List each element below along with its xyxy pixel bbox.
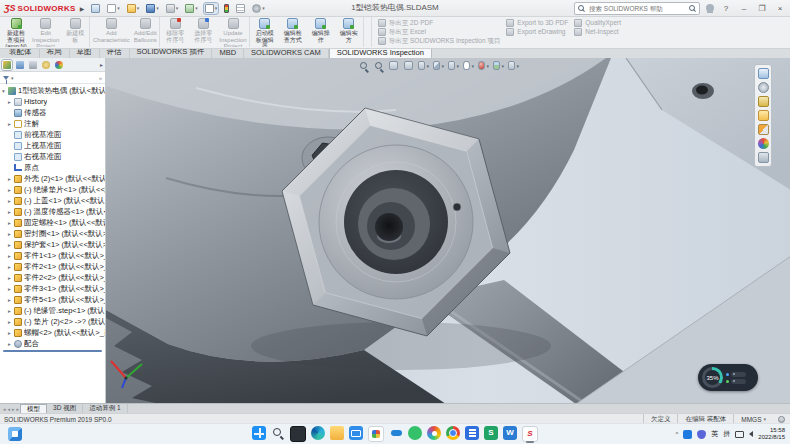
view-settings-icon[interactable] xyxy=(508,60,519,71)
tree-item[interactable]: ▸ 外壳 (2)<1> (默认<<默认>_显示状 xyxy=(0,173,105,184)
export-menu-item[interactable]: 导出至 Excel xyxy=(378,28,501,36)
tree-item[interactable]: ▸ 零件2<2> (默认<<默认>_显示状态 xyxy=(0,272,105,283)
export-menu-item[interactable]: 导出至 SOLIDWORKS Inspection 项目 xyxy=(378,37,501,45)
search-input[interactable] xyxy=(587,4,687,13)
filter-caret-icon[interactable]: ▾ xyxy=(11,75,14,81)
mail-icon[interactable] xyxy=(349,426,363,440)
recorder-overlay-widget[interactable]: 35% xyxy=(698,364,758,391)
network-icon[interactable] xyxy=(735,431,744,438)
save-icon[interactable] xyxy=(145,3,160,14)
view-palette-icon[interactable] xyxy=(758,124,769,135)
document-tab[interactable]: 运动算例 1 xyxy=(83,404,127,413)
tree-item[interactable]: ▸ History xyxy=(0,96,105,107)
filter-icon[interactable] xyxy=(3,76,9,80)
configurations-tab[interactable] xyxy=(28,60,38,70)
tree-item[interactable]: ▸ (-) 上盖<1> (默认<<默认>_显示状 xyxy=(0,195,105,206)
document-tab[interactable]: 3D 视图 xyxy=(47,404,83,413)
model-3d-view[interactable] xyxy=(106,58,790,404)
new-inspection-button[interactable]: 新建检 查项目 (amp;N) xyxy=(2,17,30,47)
edit-operations-button[interactable]: 编辑操 作 xyxy=(307,17,335,47)
tree-item[interactable]: ▸ 上视基准面 xyxy=(0,140,105,151)
tree-item[interactable]: ▸ 注解 xyxy=(0,118,105,129)
tree-item[interactable]: ▸ 零件5<1> (默认<<默认>_显示状态 xyxy=(0,294,105,305)
user-account-icon[interactable] xyxy=(706,4,714,12)
file-properties-icon[interactable] xyxy=(235,3,246,14)
section-view-icon[interactable] xyxy=(403,60,414,71)
tree-item[interactable]: ▸ (-) 垫片 (2)<2> ->? (默认<<默认> xyxy=(0,316,105,327)
add-characteristic-button[interactable]: Add Characteristic xyxy=(91,17,131,47)
remove-balloons-button[interactable]: 移除零 件序号 xyxy=(161,17,189,47)
edge-icon[interactable] xyxy=(311,426,325,440)
app-s-icon[interactable]: S xyxy=(484,426,498,440)
edit-spec-button[interactable]: 编辑实 方 xyxy=(335,17,364,47)
panel-expand-icon[interactable]: » xyxy=(99,75,102,81)
rollback-bar[interactable] xyxy=(3,350,102,352)
view-orientation-icon[interactable] xyxy=(433,60,444,71)
tree-item[interactable]: ▸ 零件2<1> (默认<<默认>_显示状态 xyxy=(0,261,105,272)
tree-item[interactable]: ▸ 零件1<1> (默认<<默认>_显示状态 xyxy=(0,250,105,261)
tray-app-icon[interactable] xyxy=(683,430,692,439)
ime-indicator[interactable]: 拼 xyxy=(723,429,730,439)
add-edit-balloons-button[interactable]: Add/Edit Balloons xyxy=(131,17,160,47)
design-library-icon[interactable] xyxy=(758,96,769,107)
solidworks-icon[interactable]: S xyxy=(522,426,538,442)
appearances-icon[interactable] xyxy=(758,138,769,149)
taskbar-clock[interactable]: 15:58 2022/8/15 xyxy=(758,427,785,441)
widget-button-1[interactable] xyxy=(731,372,746,377)
widgets-icon[interactable] xyxy=(8,427,22,441)
book-icon[interactable] xyxy=(465,426,479,440)
new-template-button[interactable]: 新建模 板 xyxy=(61,17,90,47)
tree-item[interactable]: ▸ 密封圈<1> (默认<<默认>_显示状 xyxy=(0,228,105,239)
tree-item[interactable]: ▸ 固定螺栓<1> (默认<<默认>_显示 xyxy=(0,217,105,228)
tree-root-item[interactable]: ▾ 1型铠装热电偶 (默认<默认>_显示状态-1 xyxy=(0,85,105,96)
export-menu-item[interactable]: Export eDrawing xyxy=(506,28,568,36)
start-icon[interactable] xyxy=(252,426,266,440)
undo-icon[interactable] xyxy=(184,3,199,14)
color-wheel-icon[interactable] xyxy=(427,426,441,440)
zoom-to-fit-icon[interactable] xyxy=(358,60,369,71)
edit-inspection-project-button[interactable]: Edit Inspection Project xyxy=(30,17,61,47)
restore-button[interactable]: ❐ xyxy=(756,4,768,13)
home-icon[interactable] xyxy=(758,68,769,79)
security-shield-icon[interactable] xyxy=(697,430,706,439)
tray-chevron-icon[interactable]: ^ xyxy=(675,431,678,437)
open-icon[interactable] xyxy=(126,3,141,14)
home-icon[interactable] xyxy=(90,3,101,14)
file-explorer-icon[interactable] xyxy=(330,426,344,440)
zoom-to-area-icon[interactable] xyxy=(373,60,384,71)
tree-item[interactable]: ▸ 保护套<1> (默认<<默认>_显示状 xyxy=(0,239,105,250)
photos-icon[interactable] xyxy=(368,426,384,442)
app-w-icon[interactable]: W xyxy=(503,426,517,440)
language-indicator[interactable]: 英 xyxy=(711,429,718,439)
new-icon[interactable] xyxy=(106,3,121,14)
menu-flyout-icon[interactable]: ▶ xyxy=(80,5,85,12)
file-explorer-icon[interactable] xyxy=(758,110,769,121)
options-icon[interactable] xyxy=(251,3,266,14)
tree-item[interactable]: ▸ 螺帽<2> (默认<<默认>_显示状态 xyxy=(0,327,105,338)
panel-tabs-overflow-icon[interactable]: ▸ xyxy=(100,61,103,68)
display-style-icon[interactable] xyxy=(448,60,459,71)
minimize-button[interactable]: – xyxy=(738,4,750,13)
tree-item[interactable]: ▸ 配合 xyxy=(0,338,105,349)
select-icon[interactable] xyxy=(204,3,219,14)
custom-properties-icon[interactable] xyxy=(758,152,769,163)
launch-template-editor-button[interactable]: 启动模 板编辑 器 xyxy=(251,17,279,47)
tree-item[interactable]: ▸ (-) 绝缘垫片<1> (默认<<默认>_显 xyxy=(0,184,105,195)
apply-scene-icon[interactable] xyxy=(493,60,504,71)
dynamic-annotation-views-icon[interactable] xyxy=(418,60,429,71)
close-button[interactable]: × xyxy=(774,4,786,13)
tree-item[interactable]: ▸ (-) 绝缘管.step<1> (默认<<默认> xyxy=(0,305,105,316)
export-menu-item[interactable]: Net-Inspect xyxy=(574,28,621,36)
app-green-icon[interactable] xyxy=(408,426,422,440)
property-manager-tab[interactable] xyxy=(15,60,25,70)
export-menu-item[interactable]: QualityXpert xyxy=(574,19,621,27)
print-icon[interactable] xyxy=(165,3,180,14)
feature-tree-tab[interactable] xyxy=(2,60,12,70)
solidworks-resources-icon[interactable] xyxy=(758,82,769,93)
dimxpert-tab[interactable] xyxy=(41,60,51,70)
app-dark-icon[interactable] xyxy=(290,426,306,442)
help-button[interactable]: ? xyxy=(720,4,732,13)
previous-view-icon[interactable] xyxy=(388,60,399,71)
edit-appearance-icon[interactable] xyxy=(478,60,489,71)
tree-item[interactable]: ▸ 传感器 xyxy=(0,107,105,118)
